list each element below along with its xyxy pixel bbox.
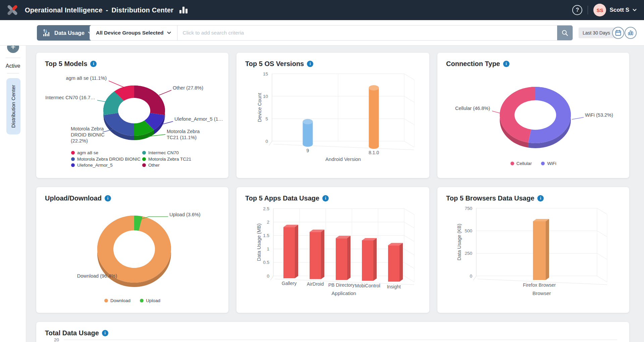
legend-swatch: [142, 163, 146, 167]
bar-side-face: [546, 219, 549, 280]
donut-slice[interactable]: [134, 86, 165, 115]
y-axis-tick: 250: [465, 251, 472, 256]
help-icon: ?: [576, 7, 579, 13]
avatar-initials: SS: [596, 7, 603, 13]
info-icon[interactable]: i: [90, 61, 97, 67]
divider: [6, 58, 20, 58]
legend-item[interactable]: Download: [104, 298, 130, 304]
bar[interactable]: [303, 122, 313, 144]
legend-label: Ulefone_Armor_5: [77, 163, 113, 168]
callout-label: Upload (3.6%): [169, 212, 201, 217]
date-range-button[interactable]: [612, 27, 624, 39]
title-separator: -: [106, 6, 108, 14]
callout-label: Motorola ZebraDROID BIONIC(22.2%): [71, 126, 105, 144]
card-top5-os-versions: Top 5 OS Versionsi 05101598.1.0Android V…: [236, 53, 429, 178]
legend-item[interactable]: WiFi: [541, 161, 556, 167]
gridline-depth: [597, 231, 607, 237]
legend-swatch: [142, 157, 146, 161]
gridline-depth: [404, 222, 414, 228]
chart-legend: CellularWiFi: [437, 161, 629, 167]
legend-label: Upload: [146, 298, 160, 303]
info-icon[interactable]: i: [322, 195, 329, 202]
legend-swatch: [142, 151, 146, 155]
gridline-depth: [404, 276, 414, 282]
info-icon[interactable]: i: [537, 195, 544, 202]
card-total-data-usage: Total Data Usagei 20: [36, 322, 629, 342]
legend-swatch: [71, 163, 75, 167]
callout-label: WiFi (53.2%): [585, 112, 613, 118]
legend-item[interactable]: Motorola Zebra TC21: [142, 156, 191, 162]
date-filter-label: Last 30 Days: [583, 30, 610, 36]
bar: [182, 7, 184, 13]
y-axis-tick: 0: [470, 274, 472, 279]
info-icon[interactable]: i: [503, 61, 509, 67]
legend-item[interactable]: Motorola Zebra DROID BIONIC: [71, 156, 142, 162]
bar[interactable]: [336, 238, 347, 280]
floor-edge: [269, 141, 272, 146]
legend-item[interactable]: agm a8 se: [71, 150, 142, 156]
filter-toolbar: Data Usage All Device Groups Selected La…: [0, 20, 644, 46]
search-input[interactable]: [177, 25, 557, 40]
chart-legend: DownloadUpload: [36, 298, 228, 304]
soti-logo-icon[interactable]: [5, 3, 19, 17]
page-title: Operational Intelligence - Distribution …: [25, 6, 187, 14]
divider: [588, 6, 588, 14]
divider: [7, 73, 19, 73]
donut-slice[interactable]: [97, 216, 171, 283]
y-axis-tick: 1: [267, 246, 269, 251]
card-title: Top 5 Browsers Data Usage: [446, 194, 534, 202]
legend-swatch: [71, 151, 75, 155]
card-title: Top 5 OS Versions: [245, 60, 304, 68]
bar-chart-browsers: 0250500750Firefox BrowserBrowserData Usa…: [437, 187, 629, 313]
bar-side-face: [295, 225, 298, 278]
card-connection-type: Connection Typei Cellular (46.8%)WiFi (5…: [437, 53, 629, 178]
bar[interactable]: [388, 245, 399, 282]
x-axis-category: Gallery: [282, 281, 297, 286]
legend-item[interactable]: Intermec CN70: [142, 150, 191, 156]
legend-item[interactable]: Other: [142, 162, 191, 168]
bar[interactable]: [283, 227, 295, 278]
callout-label: Motorola ZebraTC21 (11.1%): [167, 129, 200, 140]
legend-item[interactable]: Ulefone_Armor_5: [71, 162, 142, 168]
callout-label: Ulefone_Armor_5 (1…: [174, 116, 223, 122]
search-button[interactable]: [557, 25, 573, 40]
card-title: Top 5 Apps Data Usage: [245, 194, 319, 202]
floor-edge: [473, 276, 476, 280]
chart-legend: agm a8 seIntermec CN70Motorola Zebra DRO…: [71, 150, 191, 168]
legend-label: agm a8 se: [77, 150, 98, 155]
y-axis-tick: 0.5: [263, 260, 269, 265]
help-button[interactable]: ?: [572, 5, 582, 15]
donut-slice[interactable]: [104, 113, 134, 136]
legend-label: Intermec CN70: [148, 150, 179, 155]
search-icon: [561, 29, 569, 37]
bar-cylinder-top: [303, 119, 313, 124]
legend-label: Cellular: [517, 161, 532, 166]
bar[interactable]: [310, 232, 321, 279]
legend-label: Download: [110, 298, 130, 303]
card-title: Connection Type: [446, 60, 500, 68]
floor-edge: [270, 276, 273, 280]
device-groups-dropdown[interactable]: All Device Groups Selected: [90, 25, 177, 40]
y-axis-title: Data Usage (MB): [256, 223, 262, 261]
y-axis-tick: 5: [265, 116, 268, 121]
legend-swatch: [104, 299, 108, 302]
user-menu[interactable]: SS Scott S: [593, 4, 637, 16]
bar-chart-icon: [179, 7, 187, 13]
bar[interactable]: [369, 88, 379, 146]
info-icon[interactable]: i: [102, 330, 108, 336]
gridline-depth: [404, 74, 414, 80]
bar[interactable]: [533, 221, 546, 280]
card-title: Top 5 Models: [45, 60, 87, 68]
y-axis-title: Data Usage (KB): [457, 224, 462, 261]
chart-view-button[interactable]: [625, 27, 637, 39]
legend-item[interactable]: Upload: [140, 298, 160, 304]
info-icon[interactable]: i: [307, 61, 313, 67]
user-name: Scott S: [609, 7, 629, 13]
chevron-down-icon: [167, 32, 171, 34]
bar-chart-os-versions: 05101598.1.0Android VersionDevice Count: [236, 53, 429, 178]
sidebar-tab-distribution-center[interactable]: Distribution Center: [6, 78, 20, 134]
bar[interactable]: [362, 240, 373, 281]
widget-type-dropdown[interactable]: Data Usage: [37, 25, 97, 41]
legend-item[interactable]: Cellular: [511, 161, 532, 167]
info-icon[interactable]: i: [105, 195, 111, 202]
